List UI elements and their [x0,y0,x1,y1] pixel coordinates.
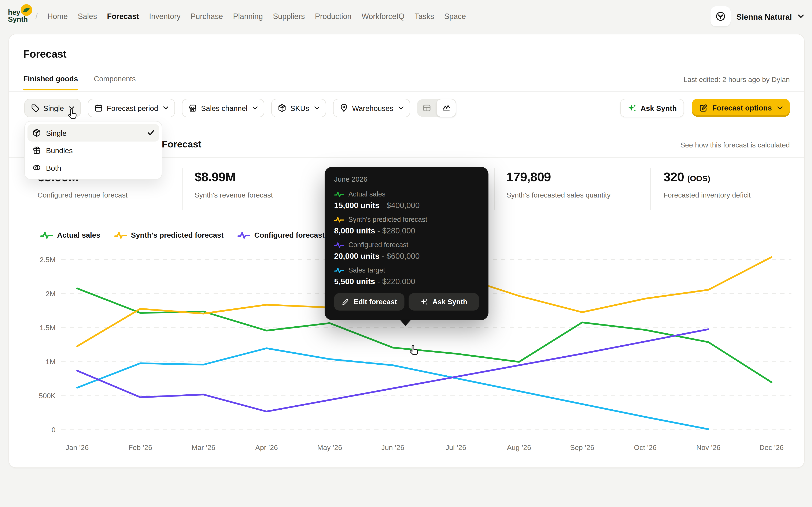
pulse-icon [114,231,126,239]
kpi-inventory-deficit: 320 (OOS) Forecasted inventory deficit [664,170,751,199]
warehouses-filter[interactable]: Warehouses [333,99,410,117]
x-axis-tick: Apr ’26 [255,443,278,451]
y-axis-tick: 2.5M [40,256,55,264]
product-type-menu: Single Bundles Both [24,121,162,180]
org-switcher[interactable]: Sienna Natural [711,0,804,33]
chevron-down-icon [798,14,804,18]
nav-item-suppliers[interactable]: Suppliers [273,12,305,21]
forecast-options-button[interactable]: Forecast options [692,99,790,117]
sales-channel-filter[interactable]: Sales channel [182,99,264,117]
breadcrumb-slash: / [36,12,38,21]
ask-synth-label: Ask Synth [641,104,677,112]
skus-filter[interactable]: SKUs [271,99,326,117]
tooltip-row: Synth's predicted forecast8,000 units - … [334,216,479,235]
tooltip-rows: Actual sales15,000 units - $400,000Synth… [334,190,479,286]
org-name: Sienna Natural [736,12,792,21]
x-axis-tick: Feb ’26 [129,443,152,451]
nav-item-forecast[interactable]: Forecast [107,12,139,21]
brand-wordmark: heySynth [8,5,35,23]
y-axis-tick: 1.5M [40,324,55,332]
nav-item-planning[interactable]: Planning [233,12,263,21]
package-cube-icon [32,128,42,137]
kpi-divider [650,168,651,210]
nav-item-home[interactable]: Home [47,12,68,21]
legend-item[interactable]: Actual sales [40,231,100,239]
legend-item[interactable]: Configured forecast [238,231,325,239]
legend-label: Actual sales [57,231,100,239]
tooltip-series-label: Configured forecast [349,241,409,249]
view-toggle [417,99,456,117]
tab-finished-goods[interactable]: Finished goods [23,74,78,91]
chevron-down-icon [398,106,404,110]
tooltip-series-label: Synth's predicted forecast [349,216,427,224]
filter-label: SKUs [290,104,309,112]
filter-label: Forecast period [107,104,158,112]
tooltip-row: Sales target5,500 units - $220,000 [334,266,479,286]
menu-item-bundles[interactable]: Bundles [28,142,159,159]
header-actions: Ask Synth Forecast options [620,99,790,117]
nav-item-workforceiq[interactable]: WorkforceIQ [362,12,405,21]
forecast-period-filter[interactable]: Forecast period [88,99,175,117]
table-view-button[interactable] [417,99,436,117]
filter-label: Warehouses [352,104,393,112]
tooltip-ask-synth-button[interactable]: Ask Synth [409,293,479,311]
x-axis-tick: Jun ’26 [381,443,404,451]
tab-components[interactable]: Components [94,74,136,91]
tooltip-series-label: Sales target [349,266,385,274]
chart-view-icon [442,104,451,113]
calendar-icon [94,104,103,113]
tooltip-amount: $220,000 [382,277,415,286]
hand-cursor-icon [65,107,79,121]
tooltip-actions: Edit forecast Ask Synth [334,293,479,311]
y-axis-tick: 2M [46,290,56,298]
menu-item-both[interactable]: Both [28,159,159,177]
chevron-down-icon [777,106,783,110]
nav-item-space[interactable]: Space [444,12,466,21]
kpi-label: Configured revenue forecast [38,191,128,199]
chart-view-button[interactable] [436,99,456,117]
org-seal-icon [711,6,730,26]
x-axis-tick: Nov ’26 [696,443,720,451]
gift-icon [32,146,42,155]
nav-item-tasks[interactable]: Tasks [414,12,434,21]
menu-item-single[interactable]: Single [28,124,159,142]
pulse-icon [40,231,53,239]
kpi-value: 179,809 [506,170,610,184]
nav-item-inventory[interactable]: Inventory [149,12,181,21]
forecast-explainer-link[interactable]: See how this forecast is calculated [680,141,790,149]
kpi-forecasted-quantity: 179,809 Synth's forecasted sales quantit… [506,170,610,199]
page-title: Forecast [23,48,66,60]
kpi-divider [183,168,183,210]
chevron-down-icon [163,106,169,110]
app-root: heySynth / HomeSalesForecastInventoryPur… [0,0,812,507]
table-view-icon [422,104,431,113]
legend-label: Synth's predicted forecast [131,231,223,239]
tooltip-units: 5,500 units [334,277,375,286]
brand-logo[interactable]: heySynth [8,5,35,28]
tooltip-units: 15,000 units [334,201,379,210]
kpi-value: 320 (OOS) [664,170,751,184]
sparkles-icon [420,298,428,306]
legend-item[interactable]: Synth's predicted forecast [114,231,223,239]
tooltip-pointer [400,320,411,326]
sparkles-icon [627,104,637,113]
tooltip-amount: $600,000 [387,251,419,261]
series-line[interactable] [77,329,708,412]
nav-item-production[interactable]: Production [315,12,351,21]
chevron-down-icon [252,106,258,110]
x-axis-tick: Oct ’26 [634,443,657,451]
ask-synth-button[interactable]: Ask Synth [620,99,684,117]
nav-item-sales[interactable]: Sales [78,12,97,21]
y-axis-tick: 500K [39,392,56,400]
section-title: Forecast [162,139,202,150]
tooltip-amount: $280,000 [382,226,415,235]
forecast-options-label: Forecast options [712,104,772,112]
storefront-icon [189,104,198,113]
kpi-synth-revenue: $8.99M Synth's revenue forecast [195,170,273,199]
nav-item-purchase[interactable]: Purchase [191,12,223,21]
edit-pencil-icon [699,103,708,112]
edit-forecast-button[interactable]: Edit forecast [334,293,405,311]
y-axis-tick: 0 [52,426,56,434]
tooltip-row: Actual sales15,000 units - $400,000 [334,190,479,210]
checkmark-icon [148,130,155,136]
